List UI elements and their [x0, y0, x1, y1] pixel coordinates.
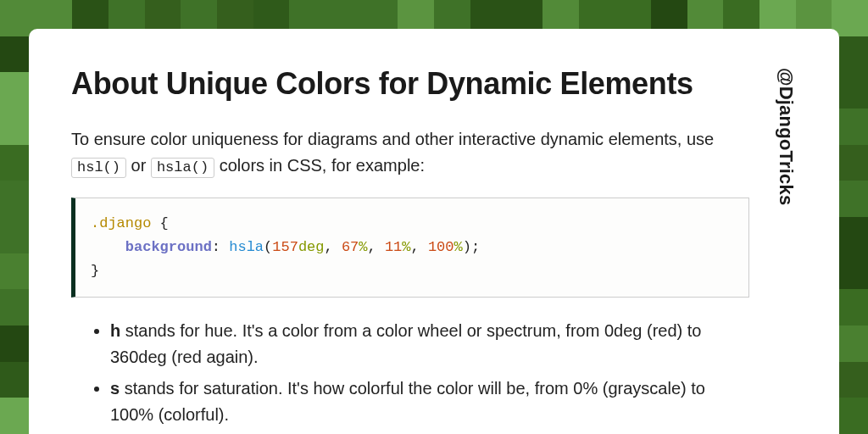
page-title: About Unique Colors for Dynamic Elements [71, 64, 749, 103]
intro-paragraph: To ensure color uniqueness for diagrams … [71, 126, 749, 179]
bullet-key: s [110, 379, 120, 398]
intro-text-2: or [131, 156, 151, 175]
bullet-text: stands for saturation. It's how colorful… [110, 379, 705, 424]
code-property: background [125, 239, 212, 255]
list-item: h stands for hue. It's a color from a co… [110, 318, 749, 370]
bullet-text: stands for hue. It's a color from a colo… [110, 321, 701, 366]
article-card: About Unique Colors for Dynamic Elements… [29, 29, 839, 434]
code-selector: .django [91, 215, 151, 231]
bullet-key: h [110, 321, 120, 340]
author-handle: @DjangoTricks [775, 64, 797, 434]
inline-code-hsla: hsla() [151, 158, 214, 178]
intro-text-3: colors in CSS, for example: [220, 156, 425, 175]
article-content: About Unique Colors for Dynamic Elements… [71, 64, 749, 434]
code-block: .django { background: hsla(157deg, 67%, … [71, 198, 749, 298]
bullet-list: h stands for hue. It's a color from a co… [71, 318, 749, 428]
code-function: hsla [229, 239, 264, 255]
intro-text-1: To ensure color uniqueness for diagrams … [71, 130, 714, 148]
inline-code-hsl: hsl() [71, 158, 126, 178]
list-item: s stands for saturation. It's how colorf… [110, 376, 749, 428]
